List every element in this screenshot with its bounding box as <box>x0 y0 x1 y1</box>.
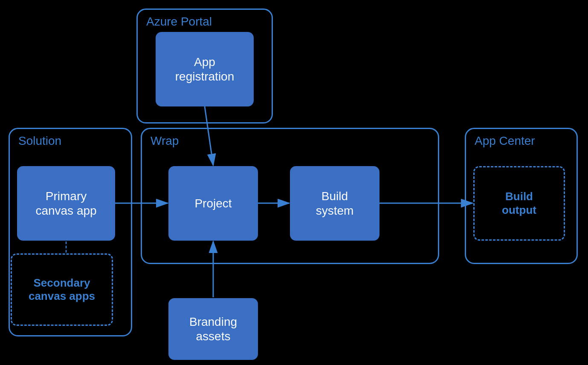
box-build-output: Build output <box>473 166 565 241</box>
solution-label: Solution <box>18 134 61 148</box>
box-secondary-canvas-apps: Secondary canvas apps <box>11 253 113 326</box>
box-build-system: Build system <box>290 166 379 241</box>
box-project: Project <box>168 166 258 241</box>
box-branding-assets: Branding assets <box>168 298 258 360</box>
azure-portal-label: Azure Portal <box>146 15 212 29</box>
wrap-label: Wrap <box>151 134 179 148</box>
box-app-registration: App registration <box>156 32 254 106</box>
diagram-container: Azure Portal Solution Wrap App Center Ap… <box>0 0 588 365</box>
box-primary-canvas-app: Primary canvas app <box>17 166 115 241</box>
app-center-label: App Center <box>475 134 535 148</box>
